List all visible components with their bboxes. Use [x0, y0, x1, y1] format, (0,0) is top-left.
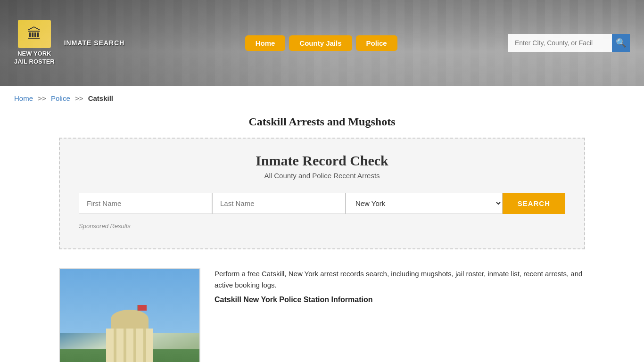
- search-icon: 🔍: [616, 38, 626, 48]
- site-header: NEW YORK JAIL ROSTER INMATE SEARCH Home …: [0, 0, 644, 86]
- building-col-4: [143, 329, 146, 362]
- content-image: [59, 268, 200, 362]
- breadcrumb-sep1: >>: [38, 94, 46, 102]
- content-text: Perform a free Catskill, New York arrest…: [215, 268, 585, 304]
- nav-police-button[interactable]: Police: [356, 35, 397, 51]
- page-title-area: Catskill Arrests and Mugshots: [0, 111, 644, 138]
- logo-line1: NEW YORK: [17, 50, 51, 57]
- logo-text: NEW YORK JAIL ROSTER: [14, 50, 55, 66]
- header-search-button[interactable]: 🔍: [612, 34, 630, 52]
- content-subtitle: Catskill New York Police Station Informa…: [215, 296, 585, 304]
- nav-home-button[interactable]: Home: [245, 35, 286, 51]
- building-body: [106, 329, 153, 362]
- building-col-1: [114, 329, 116, 362]
- header-content: NEW YORK JAIL ROSTER INMATE SEARCH Home …: [14, 20, 630, 66]
- breadcrumb: Home >> Police >> Catskill: [0, 86, 644, 111]
- nav-county-jails-button[interactable]: County Jails: [289, 35, 352, 51]
- sponsored-label: Sponsored Results: [79, 222, 565, 230]
- building-graphic: [101, 310, 158, 362]
- breadcrumb-sep2: >>: [75, 94, 83, 102]
- building-col-3: [133, 329, 136, 362]
- inmate-search-title: Inmate Record Check: [79, 153, 565, 169]
- inmate-search-subtitle: All County and Police Recent Arrests: [79, 172, 565, 180]
- breadcrumb-police-link[interactable]: Police: [51, 94, 70, 102]
- inmate-search-label: INMATE SEARCH: [64, 39, 125, 47]
- building-columns: [106, 329, 153, 362]
- header-search-input[interactable]: [508, 34, 612, 52]
- building-dome: [111, 310, 149, 329]
- building-col-2: [124, 329, 126, 362]
- logo-area[interactable]: NEW YORK JAIL ROSTER: [14, 20, 55, 66]
- search-form-row: New York Alabama Alaska Arizona Californ…: [79, 193, 565, 214]
- breadcrumb-home-link[interactable]: Home: [14, 94, 33, 102]
- nav-area: Home County Jails Police: [143, 35, 499, 51]
- content-section: Perform a free Catskill, New York arrest…: [0, 263, 644, 362]
- content-description: Perform a free Catskill, New York arrest…: [215, 268, 585, 291]
- inmate-search-section: Inmate Record Check All County and Polic…: [59, 138, 585, 249]
- state-select[interactable]: New York Alabama Alaska Arizona Californ…: [346, 193, 503, 214]
- breadcrumb-current: Catskill: [88, 94, 113, 102]
- last-name-input[interactable]: [212, 193, 346, 214]
- page-title: Catskill Arrests and Mugshots: [0, 115, 644, 128]
- search-button[interactable]: SEARCH: [503, 193, 565, 214]
- first-name-input[interactable]: [79, 193, 212, 214]
- logo-line2: JAIL ROSTER: [14, 58, 55, 65]
- logo-icon: [18, 20, 51, 48]
- header-search-area: 🔍: [508, 34, 630, 52]
